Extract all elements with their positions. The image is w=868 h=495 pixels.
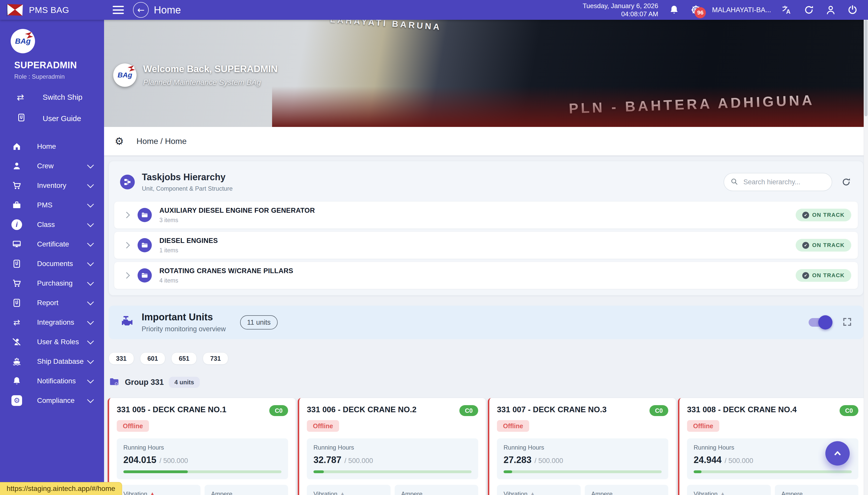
hierarchy-row[interactable]: DIESEL ENGINES 1 items ✔ ON TRACK <box>114 232 858 259</box>
avatar-flag-icon <box>127 65 136 72</box>
condition-badge: C0 <box>459 405 478 416</box>
folder-icon <box>138 268 152 283</box>
search-input[interactable] <box>743 178 825 186</box>
offline-badge: Offline <box>307 420 339 432</box>
sidebar-item-report[interactable]: Report <box>0 293 104 312</box>
sidebar-item-notifications[interactable]: Notifications <box>0 371 104 391</box>
status-badge: ✔ ON TRACK <box>796 239 851 252</box>
running-hours-panel: Running Hours 32.787 / 500.000 <box>307 438 478 479</box>
sidebar-item-documents[interactable]: Documents <box>0 254 104 273</box>
user-icon <box>11 161 22 171</box>
topbar-actions: Tuesday, January 6, 2026 04:08:07 AM 96 … <box>583 2 868 18</box>
welcome-title: Welcome Back, SUPERADMIN <box>143 64 278 74</box>
switch-ship-button[interactable]: ⇄ Switch Ship <box>0 88 104 107</box>
brand-zone: PMS BAG <box>0 3 104 16</box>
monitoring-toggle[interactable] <box>809 318 830 327</box>
certificate-icon <box>11 239 22 249</box>
banner-avatar: BAg <box>113 64 137 87</box>
profile-icon[interactable] <box>825 4 836 16</box>
back-button[interactable]: ← <box>133 2 149 18</box>
document-icon <box>17 113 32 125</box>
warning-icon: ▲ <box>721 492 725 495</box>
scrollbar-thumb[interactable] <box>865 20 868 116</box>
hierarchy-row[interactable]: ROTATING CRANES W/CRANE PILLARS 4 items … <box>114 262 858 289</box>
sidebar-item-purchasing[interactable]: Purchasing <box>0 273 104 293</box>
warning-icon: ▲ <box>150 492 154 495</box>
breadcrumb: Home / Home <box>137 137 187 146</box>
chevron-right-icon[interactable] <box>123 272 130 278</box>
condition-badge: C0 <box>649 405 668 416</box>
warning-icon: ▲ <box>340 492 344 495</box>
gear-icon[interactable]: ⚙ <box>115 135 124 147</box>
notification-count-badge: 96 <box>695 7 706 18</box>
group-tab-731[interactable]: 731 <box>203 352 228 364</box>
menu-toggle-icon[interactable] <box>113 6 124 14</box>
vibration-panel: Vibration▲ N/A <box>687 485 771 495</box>
group-count-badge: 4 units <box>169 377 199 388</box>
unit-card[interactable]: 331 005 - DECK CRANE NO.1 C0 Offline Run… <box>108 398 296 495</box>
user-guide-button[interactable]: User Guide <box>0 109 104 128</box>
sidebar-nav: Home Crew Inventory PMS i Class Certific… <box>0 137 104 410</box>
scroll-to-top-button[interactable] <box>826 441 850 465</box>
welcome-banner: LAHAYATI BARUNA PLN - BAHTERA ADHIGUNA B… <box>104 20 868 127</box>
running-hours-progress <box>313 471 472 473</box>
notifications-bell-icon[interactable] <box>668 4 680 16</box>
sidebar-item-ship-database[interactable]: Ship Database <box>0 352 104 371</box>
running-hours-panel: Running Hours 27.283 / 500.000 <box>497 438 668 479</box>
sidebar-item-pms[interactable]: PMS <box>0 195 104 215</box>
breadcrumb-bar: ⚙ Home / Home <box>104 127 868 155</box>
chevron-down-icon <box>87 357 94 364</box>
translate-icon[interactable]: A <box>781 4 793 16</box>
sidebar-user-name: SUPERADMIN <box>14 60 104 71</box>
sidebar-item-compliance[interactable]: ⚙ Compliance <box>0 391 104 410</box>
chevron-down-icon <box>87 201 94 208</box>
check-icon: ✔ <box>802 242 809 249</box>
running-hours-panel: Running Hours 204.015 / 500.000 <box>117 438 288 479</box>
group-tab-331[interactable]: 331 <box>109 352 134 364</box>
status-badge: ✔ ON TRACK <box>796 269 851 282</box>
group-tab-651[interactable]: 651 <box>171 352 197 364</box>
hierarchy-icon <box>120 175 135 189</box>
power-icon[interactable] <box>847 4 858 16</box>
sidebar-item-class[interactable]: i Class <box>0 215 104 234</box>
folder-icon <box>138 208 152 222</box>
offline-badge: Offline <box>117 420 149 432</box>
settings-icon: ⚙ <box>11 395 22 406</box>
engine-icon <box>120 314 135 330</box>
check-icon: ✔ <box>802 272 809 279</box>
swap-arrows-icon: ⇄ <box>17 92 32 102</box>
chevron-right-icon[interactable] <box>123 242 130 248</box>
cart-icon <box>11 181 22 190</box>
sidebar-item-inventory[interactable]: Inventory <box>0 176 104 195</box>
chevron-down-icon <box>87 279 94 286</box>
sidebar-item-home[interactable]: Home <box>0 137 104 156</box>
unit-card[interactable]: 331 006 - DECK CRANE NO.2 C0 Offline Run… <box>298 398 486 495</box>
fullscreen-icon[interactable] <box>842 317 852 328</box>
group-tabs: 331 601 651 731 <box>109 352 868 364</box>
sidebar-item-certificate[interactable]: Certificate <box>0 234 104 254</box>
check-icon: ✔ <box>802 212 809 219</box>
document-icon <box>11 298 22 308</box>
page-scrollbar[interactable] <box>864 20 868 495</box>
hierarchy-refresh-button[interactable] <box>839 175 853 189</box>
chevron-down-icon <box>87 396 94 403</box>
refresh-icon[interactable] <box>803 4 815 16</box>
chevron-right-icon[interactable] <box>123 212 130 218</box>
unit-card[interactable]: 331 007 - DECK CRANE NO.3 C0 Offline Run… <box>488 398 676 495</box>
home-icon <box>11 142 22 151</box>
ampere-panel: Ampere 0 A <box>775 485 858 495</box>
current-ship-name[interactable]: MALAHAYATI-BA... <box>712 6 771 14</box>
sidebar-item-crew[interactable]: Crew <box>0 156 104 176</box>
user-avatar: BAg <box>11 29 35 53</box>
chevron-down-icon <box>87 377 94 383</box>
ship-photo-bow-text: LAHAYATI BARUNA <box>330 20 442 32</box>
sidebar-user-role: Role : Superadmin <box>14 73 104 80</box>
hierarchy-row[interactable]: AUXILIARY DIESEL ENGINE FOR GENERATOR 3 … <box>114 201 858 229</box>
ship-wheel-icon[interactable]: 96 <box>690 4 702 16</box>
running-hours-progress <box>694 471 852 473</box>
info-icon: i <box>11 219 22 230</box>
swap-arrows-icon: ⇄ <box>11 318 22 327</box>
sidebar-item-integrations[interactable]: ⇄ Integrations <box>0 312 104 332</box>
group-tab-601[interactable]: 601 <box>140 352 166 364</box>
sidebar-item-user-roles[interactable]: User & Roles <box>0 332 104 352</box>
